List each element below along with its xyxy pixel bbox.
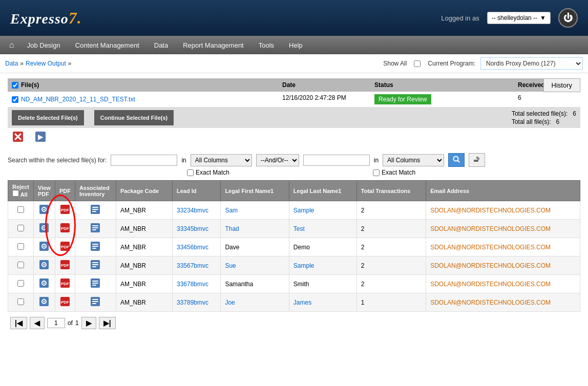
file-row-checkbox[interactable] <box>12 96 18 103</box>
file-select-all-checkbox[interactable] <box>12 82 18 89</box>
view-pdf-icon <box>39 223 49 233</box>
view-pdf-button[interactable] <box>38 259 50 272</box>
svg-rect-15 <box>92 207 98 208</box>
legal-last-cell: Smith <box>289 275 356 293</box>
exact-match-checkbox-2[interactable] <box>373 169 380 176</box>
next-page-button[interactable]: ▶ <box>81 317 96 329</box>
associated-inventory-button[interactable] <box>90 296 101 309</box>
prev-page-button[interactable]: ◀ <box>30 317 45 329</box>
nav-job-design[interactable]: Job Design <box>21 39 67 51</box>
show-all-label: Show All <box>383 60 407 67</box>
lead-id-link[interactable]: 33567bmvc <box>177 262 208 269</box>
exact-match-row: Exact Match Exact Match <box>8 169 580 176</box>
search-button[interactable] <box>448 153 465 167</box>
pdf-button[interactable]: PDF <box>59 259 71 272</box>
lead-id-link[interactable]: 33456bmvc <box>177 244 208 251</box>
legal-last-link[interactable]: James <box>293 299 311 306</box>
file-data-name-cell: ND_AM_NBR_2020_12_11_SD_TEST.txt <box>8 92 278 107</box>
legal-first-link[interactable]: Thad <box>225 225 239 232</box>
view-pdf-icon <box>39 241 49 251</box>
associated-inventory-button[interactable] <box>90 222 101 235</box>
pdf-button[interactable]: PDF <box>59 296 71 309</box>
search-input[interactable] <box>111 155 177 166</box>
nav-data[interactable]: Data <box>148 39 174 51</box>
lead-id-cell: 33345bmvc <box>173 220 221 238</box>
continue-icon-button[interactable]: ▶ <box>34 131 47 144</box>
first-page-button[interactable]: |◀ <box>10 317 27 329</box>
pdf-icon: PDF <box>60 241 70 251</box>
svg-point-47 <box>44 283 45 284</box>
email-link[interactable]: SDOLAN@NORDISTECHNOLOGIES.COM <box>430 281 551 288</box>
lead-id-link[interactable]: 33345bmvc <box>177 225 208 232</box>
legal-first-link[interactable]: Sue <box>225 262 236 269</box>
delete-icon-button[interactable] <box>12 131 24 144</box>
svg-rect-52 <box>92 283 98 284</box>
view-pdf-button[interactable] <box>38 222 50 235</box>
power-button[interactable]: ⏻ <box>558 8 578 28</box>
associated-inventory-button[interactable] <box>90 277 101 290</box>
user-dropdown[interactable]: -- shelleydolan -- ▼ <box>487 12 551 24</box>
edit-button[interactable] <box>469 153 485 167</box>
legal-first-link[interactable]: Sam <box>225 207 238 214</box>
total-trans-cell: 2 <box>356 220 426 238</box>
current-program-select[interactable]: Nordis Proxy Demo (127) <box>480 57 583 70</box>
pdf-button[interactable]: PDF <box>59 241 71 253</box>
history-button[interactable]: History <box>543 78 580 92</box>
last-page-button[interactable]: ▶| <box>99 317 116 329</box>
reject-checkbox[interactable] <box>17 243 24 250</box>
pdf-button[interactable]: PDF <box>59 277 71 290</box>
show-all-checkbox[interactable] <box>414 60 421 67</box>
email-link[interactable]: SDOLAN@NORDISTECHNOLOGIES.COM <box>430 262 551 269</box>
toolbar-right: Show All Current Program: Nordis Proxy D… <box>383 57 583 70</box>
lead-id-link[interactable]: 33678bmvc <box>177 281 208 288</box>
svg-rect-25 <box>92 227 98 228</box>
view-pdf-button[interactable] <box>38 296 50 309</box>
email-link[interactable]: SDOLAN@NORDISTECHNOLOGIES.COM <box>430 244 551 251</box>
reject-checkbox[interactable] <box>17 298 24 305</box>
breadcrumb-review-output[interactable]: Review Output <box>26 60 66 67</box>
view-pdf-button[interactable] <box>38 204 50 217</box>
reject-checkbox[interactable] <box>17 206 24 213</box>
legal-last-link[interactable]: Test <box>293 225 305 232</box>
associated-inventory-button[interactable] <box>90 259 101 272</box>
pdf-button[interactable]: PDF <box>59 222 71 235</box>
search-input-2[interactable] <box>303 155 370 166</box>
search-column-select-2[interactable]: All Columns <box>383 154 444 166</box>
associated-inventory-button[interactable] <box>90 204 101 217</box>
exact-match-checkbox-1[interactable] <box>187 169 194 176</box>
email-link[interactable]: SDOLAN@NORDISTECHNOLOGIES.COM <box>430 225 551 232</box>
current-program-label: Current Program: <box>428 60 475 67</box>
and-or-select[interactable]: --And/Or-- <box>256 154 299 166</box>
nav-content-management[interactable]: Content Management <box>69 39 145 51</box>
breadcrumb-data[interactable]: Data <box>5 60 18 67</box>
delete-selected-button[interactable]: Delete Selected File(s) <box>12 110 84 125</box>
view-pdf-icon <box>39 278 49 288</box>
total-trans-cell: 2 <box>356 275 426 293</box>
view-pdf-button[interactable] <box>38 241 50 253</box>
legal-last-link[interactable]: Sample <box>293 262 314 269</box>
reject-all-checkbox[interactable] <box>12 190 19 197</box>
reject-checkbox[interactable] <box>17 280 24 287</box>
exact-match-label-2[interactable]: Exact Match <box>373 169 415 176</box>
exact-match-label-1[interactable]: Exact Match <box>187 169 229 176</box>
legal-last-link[interactable]: Sample <box>293 207 314 214</box>
reject-checkbox[interactable] <box>17 262 24 268</box>
view-pdf-button[interactable] <box>38 277 50 290</box>
lead-id-link[interactable]: 33234bmvc <box>177 207 208 214</box>
file-header-status: Status <box>370 78 514 92</box>
legal-first-link[interactable]: Joe <box>225 299 235 306</box>
associated-inventory-button[interactable] <box>90 241 101 253</box>
nav-help[interactable]: Help <box>283 39 309 51</box>
nav-tools[interactable]: Tools <box>253 39 280 51</box>
email-link[interactable]: SDOLAN@NORDISTECHNOLOGIES.COM <box>430 207 551 214</box>
home-button[interactable]: ⌂ <box>5 38 18 52</box>
lead-id-link[interactable]: 33789bmvc <box>177 299 208 306</box>
email-link[interactable]: SDOLAN@NORDISTECHNOLOGIES.COM <box>430 299 551 306</box>
reject-checkbox[interactable] <box>17 225 24 231</box>
continue-selected-button[interactable]: Continue Selected File(s) <box>94 110 174 125</box>
page-number-input[interactable] <box>47 318 65 328</box>
nav-report-management[interactable]: Report Management <box>177 39 250 51</box>
search-column-select-1[interactable]: All Columns <box>191 154 252 166</box>
file-data-count-cell: 6 <box>514 92 580 107</box>
pdf-button[interactable]: PDF <box>59 204 71 217</box>
